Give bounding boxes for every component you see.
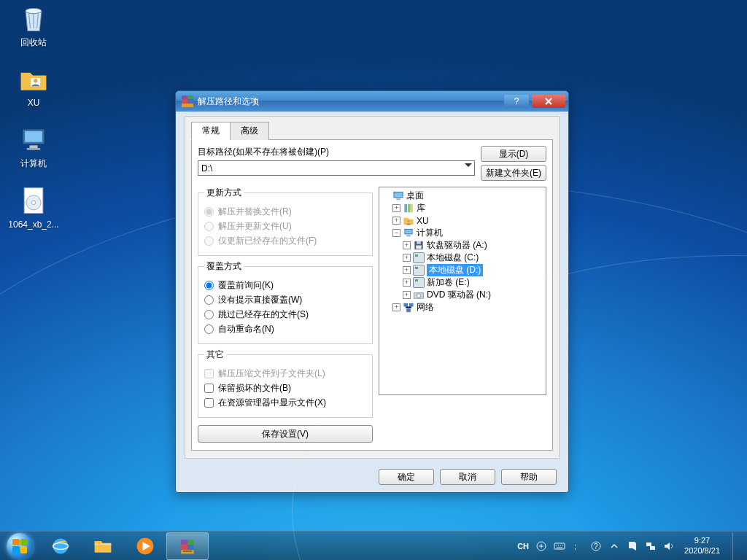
- desktop-icon-label: 1064_xb_2...: [6, 220, 61, 230]
- ime-punct-icon[interactable]: ;: [572, 540, 584, 552]
- help-button[interactable]: 帮助: [501, 469, 557, 485]
- desktop-icon-iso-file[interactable]: 1064_xb_2...: [6, 185, 61, 230]
- folder-icon: [18, 63, 50, 96]
- svg-point-0: [26, 8, 42, 13]
- svg-rect-35: [183, 551, 192, 552]
- taskbar-media-player[interactable]: [124, 532, 166, 560]
- new-folder-button[interactable]: 新建文件夹(E): [481, 165, 546, 181]
- ime-help-icon[interactable]: ?: [590, 540, 602, 552]
- svg-rect-37: [554, 543, 565, 549]
- ime-language-indicator[interactable]: CH: [517, 542, 529, 551]
- desktop-icon-label: 回收站: [6, 38, 61, 47]
- clock-time: 9:27: [694, 536, 710, 545]
- svg-text:?: ?: [594, 542, 598, 551]
- ime-keyboard-icon[interactable]: [554, 540, 565, 552]
- extract-options-dialog: 解压路径和选项 ? 常规 高级 目标路径(如果不存在将被创建)(P) 显示(D: [175, 90, 569, 493]
- tree-node-dvd-n[interactable]: +DVD 驱动器 (N:): [401, 289, 544, 301]
- folder-icon: [93, 536, 113, 556]
- desktop-icon: [392, 190, 404, 201]
- svg-rect-18: [406, 235, 411, 236]
- folder-tree[interactable]: 桌面 +库 +XU −计算机 +软盘驱动器 (A:) +本地磁盘 (C:) +本…: [379, 187, 546, 395]
- tree-node-libraries[interactable]: +库: [391, 202, 544, 214]
- show-desktop-button[interactable]: [732, 532, 743, 560]
- svg-rect-32: [181, 545, 187, 550]
- tree-node-new-volume-e[interactable]: +新加卷 (E:): [401, 276, 544, 289]
- svg-rect-13: [408, 204, 411, 212]
- svg-rect-24: [403, 303, 408, 307]
- desktop-icon-label: 计算机: [6, 159, 61, 168]
- svg-point-23: [417, 294, 421, 298]
- taskbar-explorer[interactable]: [82, 532, 124, 560]
- floppy-icon: [413, 240, 425, 251]
- dvd-drive-icon: [413, 289, 425, 300]
- svg-rect-33: [187, 545, 194, 550]
- user-folder-icon: [403, 215, 414, 226]
- svg-rect-14: [411, 204, 413, 212]
- check-keep-broken[interactable]: 保留损坏的文件(B): [204, 382, 366, 394]
- desktop-icon-label: XU: [6, 98, 61, 108]
- desktop-icon-computer[interactable]: 计算机: [6, 124, 61, 168]
- volume-icon[interactable]: [663, 540, 675, 552]
- drive-icon: [413, 252, 425, 263]
- update-mode-group: 更新方式 解压并替换文件(R) 解压并更新文件(U) 仅更新已经存在的文件(F): [198, 187, 373, 256]
- misc-group: 其它 解压压缩文件到子文件夹(L) 保留损坏的文件(B) 在资源管理器中显示文件…: [198, 349, 373, 418]
- svg-rect-31: [187, 540, 194, 545]
- radio-extract-replace[interactable]: 解压并替换文件(R): [204, 206, 366, 218]
- recycle-bin-icon: [18, 3, 50, 35]
- action-center-icon[interactable]: [627, 540, 638, 552]
- check-show-in-explorer[interactable]: 在资源管理器中显示文件(X): [204, 397, 366, 409]
- svg-rect-26: [406, 308, 411, 312]
- update-mode-legend: 更新方式: [204, 187, 244, 199]
- network-icon[interactable]: [645, 540, 657, 552]
- radio-freshen-only[interactable]: 仅更新已经存在的文件(F): [204, 235, 366, 247]
- svg-rect-12: [404, 204, 407, 212]
- tree-node-network[interactable]: +网络: [391, 301, 544, 314]
- tree-node-desktop[interactable]: 桌面: [381, 190, 544, 202]
- svg-point-8: [31, 201, 36, 205]
- computer-icon: [403, 228, 414, 238]
- tree-node-floppy-a[interactable]: +软盘驱动器 (A:): [401, 239, 544, 252]
- dropdown-caret-icon[interactable]: [465, 163, 472, 171]
- radio-skip-existing[interactable]: 跳过已经存在的文件(S): [204, 308, 366, 321]
- tree-node-local-c[interactable]: +本地磁盘 (C:): [401, 252, 544, 264]
- clock-date: 2020/8/21: [684, 546, 720, 556]
- svg-rect-20: [417, 241, 421, 244]
- desktop-icon-folder-xu[interactable]: XU: [6, 63, 61, 108]
- taskbar: CH ; ? 9:27 2020/8/21: [0, 531, 747, 560]
- radio-ask-before-overwrite[interactable]: 覆盖前询问(K): [204, 279, 366, 292]
- radio-overwrite-no-prompt[interactable]: 没有提示直接覆盖(W): [204, 294, 366, 306]
- context-help-button[interactable]: ?: [504, 95, 529, 108]
- radio-extract-update[interactable]: 解压并更新文件(U): [204, 220, 366, 233]
- start-button[interactable]: [0, 532, 39, 561]
- save-settings-button[interactable]: 保存设置(V): [198, 425, 373, 443]
- tree-node-local-d[interactable]: +本地磁盘 (D:): [401, 264, 544, 276]
- ime-mode-icon[interactable]: [535, 540, 547, 552]
- svg-rect-3: [25, 131, 42, 142]
- display-button[interactable]: 显示(D): [481, 146, 546, 162]
- destination-path-input[interactable]: [198, 160, 475, 176]
- tab-general[interactable]: 常规: [191, 122, 231, 140]
- path-label: 目标路径(如果不存在将被创建)(P): [198, 146, 475, 158]
- tray-expand-icon[interactable]: [608, 540, 620, 552]
- ok-button[interactable]: 确定: [379, 469, 434, 485]
- tree-node-computer[interactable]: −计算机: [391, 227, 544, 239]
- computer-icon: [18, 124, 50, 156]
- tree-node-xu[interactable]: +XU: [391, 214, 544, 227]
- svg-point-1: [34, 79, 38, 83]
- system-tray: CH ; ? 9:27 2020/8/21: [517, 532, 743, 560]
- svg-rect-4: [30, 146, 38, 149]
- svg-rect-41: [646, 542, 651, 546]
- radio-auto-rename[interactable]: 自动重命名(N): [204, 323, 366, 335]
- check-extract-to-subfolder[interactable]: 解压压缩文件到子文件夹(L): [204, 368, 366, 380]
- close-button[interactable]: [532, 95, 565, 108]
- tab-advanced[interactable]: 高级: [230, 122, 269, 140]
- desktop-icon-recycle-bin[interactable]: 回收站: [6, 3, 61, 47]
- svg-rect-42: [650, 546, 655, 550]
- svg-rect-10: [394, 192, 402, 198]
- taskbar-clock[interactable]: 9:27 2020/8/21: [681, 536, 723, 555]
- cancel-button[interactable]: 取消: [440, 469, 495, 485]
- taskbar-ie[interactable]: [39, 532, 82, 560]
- taskbar-winrar[interactable]: [166, 532, 209, 560]
- dialog-titlebar[interactable]: 解压路径和选项 ?: [176, 91, 568, 112]
- disc-file-icon: [18, 185, 50, 217]
